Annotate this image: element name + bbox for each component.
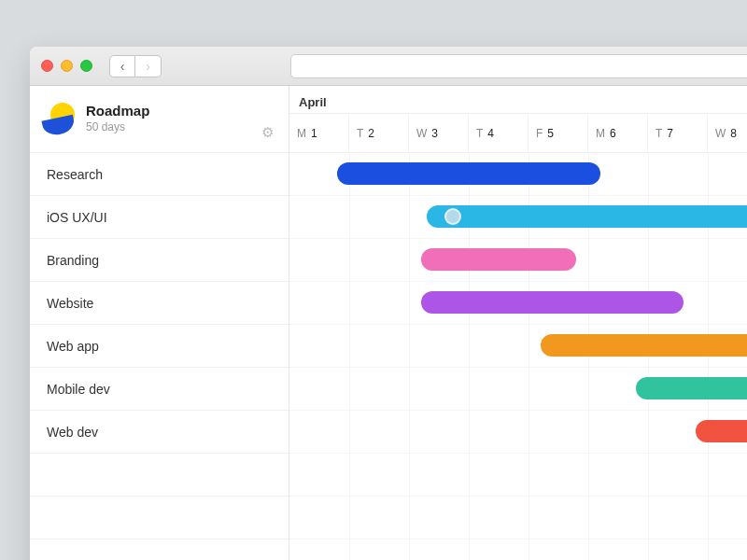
task-row: [289, 239, 747, 282]
gantt-bar[interactable]: [427, 205, 747, 228]
task-row: [289, 411, 747, 454]
sidebar: Roadmap 50 days ⚙ ResearchiOS UX/UIBrand…: [30, 86, 289, 560]
nav-buttons: ‹ ›: [109, 55, 162, 77]
day-column-header: T4: [469, 114, 529, 152]
titlebar: ‹ ›: [30, 47, 747, 86]
task-label[interactable]: Website: [30, 282, 289, 325]
day-column-header: T2: [349, 114, 409, 152]
day-header: M1T2W3T4F5M6T7W8: [289, 114, 747, 153]
day-column-header: W8: [708, 114, 747, 152]
task-label[interactable]: Web dev: [30, 411, 289, 454]
task-label[interactable]: Branding: [30, 239, 289, 282]
day-column-header: W3: [409, 114, 469, 152]
task-label[interactable]: Research: [30, 153, 289, 196]
gantt-bar[interactable]: [421, 291, 684, 314]
timeline: April M1T2W3T4F5M6T7W8: [289, 86, 747, 560]
gantt-bar[interactable]: [696, 420, 747, 442]
minimize-icon[interactable]: [61, 60, 73, 72]
task-row: [289, 325, 747, 368]
task-row: [289, 196, 747, 239]
task-label[interactable]: Web app: [30, 325, 289, 368]
task-label[interactable]: iOS UX/UI: [30, 196, 289, 239]
project-header: Roadmap 50 days ⚙: [30, 86, 289, 153]
day-column-header: T7: [648, 114, 708, 152]
drag-handle-icon[interactable]: [444, 208, 461, 225]
day-column-header: M1: [289, 114, 349, 152]
maximize-icon[interactable]: [80, 60, 92, 72]
search-input[interactable]: [290, 54, 747, 78]
close-icon[interactable]: [41, 60, 53, 72]
project-title: Roadmap: [86, 103, 250, 119]
window-controls: [41, 60, 92, 72]
gantt-bar[interactable]: [541, 334, 747, 357]
gear-icon[interactable]: ⚙: [261, 124, 274, 141]
month-label: April: [289, 86, 747, 114]
task-label[interactable]: Mobile dev: [30, 368, 289, 411]
project-subtitle: 50 days: [86, 120, 250, 133]
gantt-bar[interactable]: [636, 377, 747, 399]
content: Roadmap 50 days ⚙ ResearchiOS UX/UIBrand…: [30, 86, 747, 560]
project-icon: [45, 103, 75, 133]
app-window: ‹ › Roadmap 50 days ⚙ ResearchiOS UX/UIB…: [30, 47, 747, 560]
forward-button[interactable]: ›: [135, 55, 162, 77]
day-column-header: M6: [588, 114, 648, 152]
gantt-rows: [289, 153, 747, 560]
task-row: [289, 368, 747, 411]
gantt-bar[interactable]: [421, 248, 576, 271]
task-row: [289, 153, 747, 196]
day-column-header: F5: [529, 114, 588, 152]
gantt-bar[interactable]: [337, 162, 600, 185]
task-row: [289, 282, 747, 325]
back-button[interactable]: ‹: [109, 55, 135, 77]
